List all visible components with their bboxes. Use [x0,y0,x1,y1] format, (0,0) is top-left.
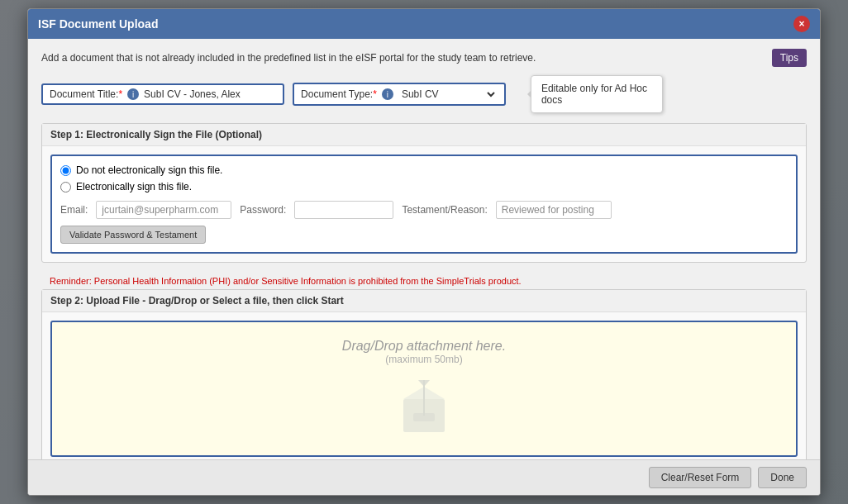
document-title-group: Document Title:* i [41,83,284,105]
document-type-info-icon[interactable]: i [382,88,393,100]
validate-button[interactable]: Validate Password & Testament [60,226,206,244]
email-row: Email: Password: Testament/Reason: [60,201,788,219]
document-title-label: Document Title:* [50,88,122,100]
radio-no-sign-label: Do not electronically sign this file. [76,164,222,176]
testament-label: Testament/Reason: [402,204,487,216]
fields-row: Document Title:* i Document Type:* i Sub… [41,75,807,113]
email-input[interactable] [96,201,231,219]
clear-reset-button[interactable]: Clear/Reset Form [649,467,752,488]
radio-sign: Electronically sign this file. [60,181,788,193]
step1-content: Do not electronically sign this file. El… [42,146,806,262]
radio-no-sign: Do not electronically sign this file. [60,164,788,176]
email-label: Email: [60,204,88,216]
modal-body: Add a document that is not already inclu… [28,39,820,459]
reminder-text: Reminder: Personal Health Information (P… [41,273,807,289]
radio-no-sign-input[interactable] [60,165,71,176]
box-icon [395,378,453,439]
step1-section: Step 1: Electronically Sign the File (Op… [41,123,807,263]
modal-footer: Clear/Reset Form Done [28,459,820,495]
modal-title: ISF Document Upload [38,17,158,31]
radio-group: Do not electronically sign this file. El… [60,164,788,193]
document-title-input[interactable] [144,88,276,100]
modal-dialog: ISF Document Upload × Add a document tha… [27,8,821,496]
dropzone[interactable]: Drag/Drop attachment here. (maximum 50mb… [50,321,798,457]
step2-section: Step 2: Upload File - Drag/Drop or Selec… [41,289,807,459]
step1-header: Step 1: Electronically Sign the File (Op… [42,124,806,146]
tips-button[interactable]: Tips [772,49,807,67]
tooltip-text: Editable only for Ad Hoc docs [541,83,647,106]
close-button[interactable]: × [793,16,810,32]
svg-rect-3 [413,413,435,421]
step2-header: Step 2: Upload File - Drag/Drop or Selec… [42,290,806,312]
document-title-info-icon[interactable]: i [127,88,139,100]
document-type-select[interactable]: SubI CV [398,88,498,101]
password-label: Password: [240,204,286,216]
sign-section: Do not electronically sign this file. El… [50,155,798,254]
radio-sign-label: Electronically sign this file. [76,181,192,193]
document-type-group: Document Type:* i SubI CV [293,83,506,106]
top-bar: Add a document that is not already inclu… [41,49,807,67]
modal-overlay: ISF Document Upload × Add a document tha… [0,0,848,504]
document-type-label: Document Type:* [301,88,377,100]
dropzone-subtext: (maximum 50mb) [385,354,462,365]
password-input[interactable] [294,201,393,219]
modal-header: ISF Document Upload × [28,9,820,39]
dropzone-text: Drag/Drop attachment here. [342,339,506,354]
radio-sign-input[interactable] [60,182,71,193]
info-text: Add a document that is not already inclu… [41,52,764,64]
testament-input[interactable] [496,201,612,219]
done-button[interactable]: Done [758,467,807,488]
tooltip-callout: Editable only for Ad Hoc docs [531,75,663,113]
